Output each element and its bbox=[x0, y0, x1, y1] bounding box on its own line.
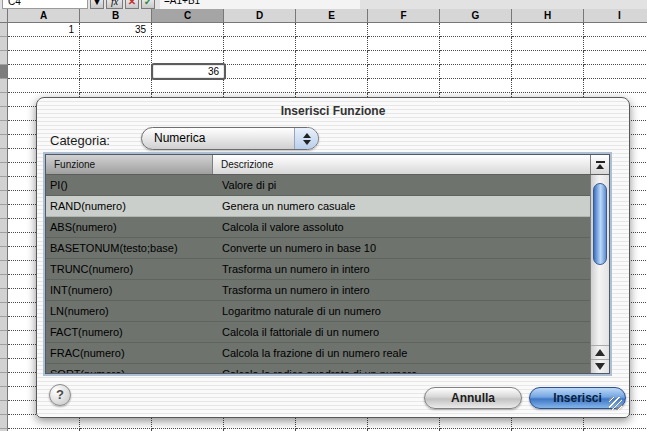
row-header-2[interactable] bbox=[0, 37, 8, 51]
cell-C5[interactable] bbox=[152, 79, 224, 93]
cell-E5[interactable] bbox=[296, 79, 368, 93]
cell-A5[interactable] bbox=[8, 79, 80, 93]
row-header-21[interactable] bbox=[0, 303, 8, 317]
row-header-28[interactable] bbox=[0, 401, 8, 415]
row-header-3[interactable] bbox=[0, 51, 8, 65]
vertical-scrollbar[interactable] bbox=[590, 175, 609, 373]
selected-cell[interactable]: 36 bbox=[151, 63, 226, 80]
cell-B1[interactable]: 35 bbox=[80, 23, 152, 37]
cell-G1[interactable] bbox=[440, 23, 512, 37]
row-header-14[interactable] bbox=[0, 205, 8, 219]
formula-input[interactable]: =A1+B1 bbox=[160, 0, 360, 9]
cell-E1[interactable] bbox=[296, 23, 368, 37]
row-header-22[interactable] bbox=[0, 317, 8, 331]
cell-reference-box[interactable]: C4 bbox=[2, 0, 88, 9]
cell-G5[interactable] bbox=[440, 79, 512, 93]
cell-H2[interactable] bbox=[512, 37, 584, 51]
row-header-20[interactable] bbox=[0, 289, 8, 303]
row-header-19[interactable] bbox=[0, 275, 8, 289]
cell-E2[interactable] bbox=[296, 37, 368, 51]
cell-A2[interactable] bbox=[8, 37, 80, 51]
function-row-randnumero[interactable]: RAND(numero)Genera un numero casuale bbox=[46, 196, 590, 217]
function-row-fracnumero[interactable]: FRAC(numero)Calcola la frazione di un nu… bbox=[46, 343, 590, 364]
help-button[interactable]: ? bbox=[49, 384, 71, 406]
cell-H5[interactable] bbox=[512, 79, 584, 93]
row-header-4[interactable] bbox=[0, 65, 8, 79]
row-header-11[interactable] bbox=[0, 163, 8, 177]
cell-G3[interactable] bbox=[440, 51, 512, 65]
scroll-down-button[interactable] bbox=[591, 359, 609, 373]
cell-D2[interactable] bbox=[224, 37, 296, 51]
column-header-I[interactable]: I bbox=[584, 9, 647, 23]
accept-formula-button[interactable]: ✓ bbox=[141, 0, 155, 9]
row-header-8[interactable] bbox=[0, 121, 8, 135]
row-header-6[interactable] bbox=[0, 93, 8, 107]
cell-F4[interactable] bbox=[368, 65, 440, 79]
insert-function-button[interactable]: fx bbox=[106, 0, 123, 9]
row-header-1[interactable] bbox=[0, 23, 8, 37]
column-header-descrizione[interactable]: Descrizione bbox=[213, 155, 590, 174]
cell-D5[interactable] bbox=[224, 79, 296, 93]
cell-I1[interactable] bbox=[584, 23, 647, 37]
row-header-16[interactable] bbox=[0, 233, 8, 247]
cell-H3[interactable] bbox=[512, 51, 584, 65]
row-header-17[interactable] bbox=[0, 247, 8, 261]
category-popup[interactable]: Numerica bbox=[141, 127, 319, 150]
cell-A1[interactable]: 1 bbox=[8, 23, 80, 37]
column-header-A[interactable]: A bbox=[8, 9, 80, 23]
cell-I3[interactable] bbox=[584, 51, 647, 65]
cell-D1[interactable] bbox=[224, 23, 296, 37]
function-row-basetonumtestobase[interactable]: BASETONUM(testo;base)Converte un numero … bbox=[46, 238, 590, 259]
function-row-intnumero[interactable]: INT(numero)Trasforma un numero in intero bbox=[46, 280, 590, 301]
row-header-15[interactable] bbox=[0, 219, 8, 233]
cell-H4[interactable] bbox=[512, 65, 584, 79]
function-row-sqrtnumero[interactable]: SQRT(numero)Calcola la radice quadrata d… bbox=[46, 364, 590, 373]
column-header-G[interactable]: G bbox=[440, 9, 512, 23]
sort-direction-button[interactable] bbox=[590, 155, 609, 174]
row-header-13[interactable] bbox=[0, 191, 8, 205]
cell-A3[interactable] bbox=[8, 51, 80, 65]
function-row-factnumero[interactable]: FACT(numero)Calcola il fattoriale di un … bbox=[46, 322, 590, 343]
cell-C2[interactable] bbox=[152, 37, 224, 51]
column-header-H[interactable]: H bbox=[512, 9, 584, 23]
row-header-27[interactable] bbox=[0, 387, 8, 401]
cell-F1[interactable] bbox=[368, 23, 440, 37]
column-header-C[interactable]: C bbox=[152, 9, 224, 23]
cell-B2[interactable] bbox=[80, 37, 152, 51]
cell-I2[interactable] bbox=[584, 37, 647, 51]
cell-B3[interactable] bbox=[80, 51, 152, 65]
cell-F2[interactable] bbox=[368, 37, 440, 51]
cell-B4[interactable] bbox=[80, 65, 152, 79]
column-header-D[interactable]: D bbox=[224, 9, 296, 23]
cell-ref-dropdown-button[interactable]: ▼ bbox=[90, 0, 104, 9]
cell-G4[interactable] bbox=[440, 65, 512, 79]
row-header-18[interactable] bbox=[0, 261, 8, 275]
cancel-button[interactable]: Annulla bbox=[424, 387, 522, 409]
function-row-absnumero[interactable]: ABS(numero)Calcola il valore assoluto bbox=[46, 217, 590, 238]
cell-F5[interactable] bbox=[368, 79, 440, 93]
cell-G2[interactable] bbox=[440, 37, 512, 51]
row-header-9[interactable] bbox=[0, 135, 8, 149]
scrollbar-thumb[interactable] bbox=[593, 183, 607, 265]
column-header-F[interactable]: F bbox=[368, 9, 440, 23]
cell-D4[interactable] bbox=[224, 65, 296, 79]
resize-handle[interactable] bbox=[609, 397, 622, 410]
function-row-truncnumero[interactable]: TRUNC(numero)Trasforma un numero in inte… bbox=[46, 259, 590, 280]
cell-D3[interactable] bbox=[224, 51, 296, 65]
cancel-formula-button[interactable]: ✕ bbox=[125, 0, 139, 9]
column-header-E[interactable]: E bbox=[296, 9, 368, 23]
scroll-up-button[interactable] bbox=[591, 345, 609, 359]
cell-I4[interactable] bbox=[584, 65, 647, 79]
cell-E4[interactable] bbox=[296, 65, 368, 79]
cell-I5[interactable] bbox=[584, 79, 647, 93]
row-header-24[interactable] bbox=[0, 345, 8, 359]
cell-F3[interactable] bbox=[368, 51, 440, 65]
row-header-26[interactable] bbox=[0, 373, 8, 387]
cell-A4[interactable] bbox=[8, 65, 80, 79]
cell-H1[interactable] bbox=[512, 23, 584, 37]
row-header-23[interactable] bbox=[0, 331, 8, 345]
cell-E3[interactable] bbox=[296, 51, 368, 65]
row-header-10[interactable] bbox=[0, 149, 8, 163]
row-header-7[interactable] bbox=[0, 107, 8, 121]
function-row-pi[interactable]: PI()Valore di pi bbox=[46, 175, 590, 196]
